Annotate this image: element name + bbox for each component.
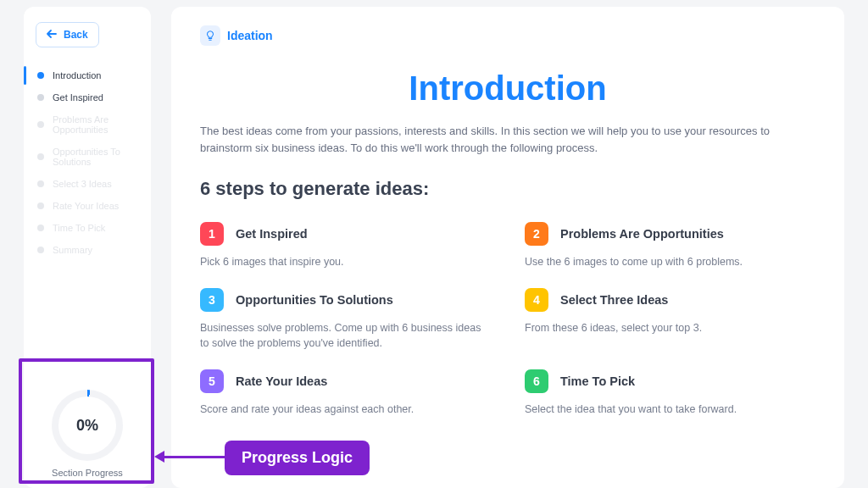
step-number-badge: 4 <box>525 288 548 312</box>
step-description: Select the idea that you want to take fo… <box>525 402 815 417</box>
sidebar-item-label: Introduction <box>53 70 101 80</box>
sidebar-item[interactable]: Select 3 Ideas <box>24 173 151 195</box>
nav-dot-icon <box>37 153 44 160</box>
step-description: Score and rate your ideas against each o… <box>200 402 491 417</box>
sidebar-item-label: Get Inspired <box>53 92 103 103</box>
back-button[interactable]: Back <box>36 22 99 47</box>
main-panel: Ideation Introduction The best ideas com… <box>171 7 844 488</box>
sidebar-item-label: Select 3 Ideas <box>53 179 112 189</box>
sidebar-item-label: Problems Are Opportunities <box>53 114 139 135</box>
nav-dot-icon <box>37 121 44 128</box>
step-card: 3Opportunities To SolutionsBusinesses so… <box>200 288 491 351</box>
step-number-badge: 2 <box>525 222 548 246</box>
sidebar-item[interactable]: Summary <box>24 239 151 261</box>
step-description: From these 6 ideas, select your top 3. <box>525 320 815 336</box>
step-title: Problems Are Opportunities <box>560 227 724 241</box>
sidebar-item[interactable]: Problems Are Opportunities <box>24 108 151 141</box>
sidebar-item[interactable]: Opportunities To Solutions <box>24 141 151 173</box>
sidebar-item-label: Time To Pick <box>53 223 105 233</box>
sidebar: Back IntroductionGet InspiredProblems Ar… <box>24 7 151 488</box>
nav-dot-icon <box>37 202 44 209</box>
page-title: Introduction <box>200 69 815 108</box>
step-description: Businesses solve problems. Come up with … <box>200 320 491 351</box>
step-card: 1Get InspiredPick 6 images that inspire … <box>200 222 491 269</box>
step-number-badge: 3 <box>200 288 224 312</box>
nav-dot-icon <box>37 247 44 253</box>
step-title: Get Inspired <box>236 227 308 241</box>
step-title: Opportunities To Solutions <box>236 293 393 307</box>
breadcrumb: Ideation <box>200 25 815 46</box>
steps-heading: 6 steps to generate ideas: <box>200 178 815 200</box>
step-card: 2Problems Are OpportunitiesUse the 6 ima… <box>525 222 815 269</box>
step-title: Time To Pick <box>560 374 635 388</box>
sidebar-item[interactable]: Time To Pick <box>24 217 151 239</box>
nav-dot-icon <box>37 94 44 101</box>
back-label: Back <box>64 29 88 41</box>
sidebar-item-label: Opportunities To Solutions <box>53 147 139 167</box>
annotation-arrow <box>154 452 227 461</box>
progress-label: Section Progress <box>52 468 123 478</box>
step-description: Pick 6 images that inspire you. <box>200 254 491 269</box>
annotation-callout: Progress Logic <box>225 441 370 475</box>
nav-dot-icon <box>37 180 44 187</box>
step-card: 6Time To PickSelect the idea that you wa… <box>525 369 815 417</box>
breadcrumb-section: Ideation <box>227 29 273 42</box>
arrow-left-icon <box>47 29 57 41</box>
sidebar-item[interactable]: Rate Your Ideas <box>24 195 151 217</box>
step-title: Rate Your Ideas <box>236 374 327 388</box>
section-progress: 0% Section Progress <box>32 390 142 478</box>
step-card: 5Rate Your IdeasScore and rate your idea… <box>200 369 491 417</box>
step-number-badge: 5 <box>200 369 224 393</box>
progress-value: 0% <box>58 396 116 454</box>
sidebar-item[interactable]: Get Inspired <box>24 86 151 108</box>
step-card: 4Select Three IdeasFrom these 6 ideas, s… <box>525 288 815 351</box>
step-number-badge: 1 <box>200 222 224 246</box>
progress-ring: 0% <box>52 390 123 461</box>
step-description: Use the 6 images to come up with 6 probl… <box>525 254 815 269</box>
sidebar-item-label: Rate Your Ideas <box>53 201 119 211</box>
lightbulb-icon <box>200 25 220 46</box>
step-number-badge: 6 <box>525 369 548 393</box>
steps-grid: 1Get InspiredPick 6 images that inspire … <box>200 222 815 418</box>
nav-list: IntroductionGet InspiredProblems Are Opp… <box>24 64 151 261</box>
sidebar-item[interactable]: Introduction <box>24 64 151 86</box>
nav-dot-icon <box>37 225 44 231</box>
step-title: Select Three Ideas <box>560 293 668 307</box>
nav-dot-icon <box>37 72 44 79</box>
sidebar-item-label: Summary <box>53 245 92 255</box>
page-intro: The best ideas come from your passions, … <box>200 123 815 156</box>
